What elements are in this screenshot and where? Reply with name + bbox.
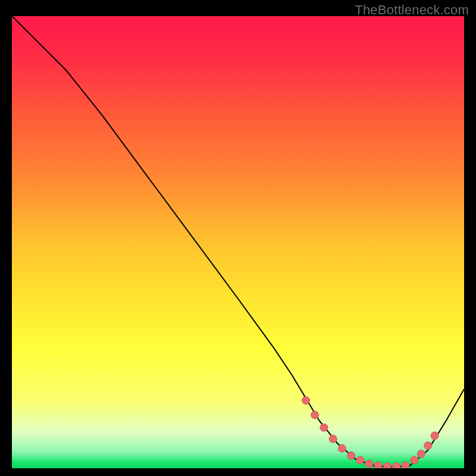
highlight-dot	[417, 450, 425, 458]
bottleneck-chart	[12, 16, 464, 468]
highlight-dot	[431, 432, 439, 440]
highlight-dot	[347, 452, 355, 459]
highlight-dot	[383, 462, 391, 468]
gradient-background	[12, 16, 464, 468]
highlight-dot	[320, 424, 328, 431]
highlight-dot	[411, 456, 418, 464]
chart-stage: TheBottleneck.com	[0, 0, 476, 476]
highlight-dot	[424, 442, 432, 450]
attribution-text: TheBottleneck.com	[355, 2, 469, 18]
highlight-dot	[393, 462, 400, 468]
highlight-dot	[356, 456, 364, 464]
highlight-dot	[374, 462, 382, 468]
highlight-dot	[329, 435, 337, 443]
highlight-dot	[365, 460, 373, 468]
highlight-dot	[302, 397, 310, 405]
highlight-dot	[402, 462, 409, 468]
highlight-dot	[338, 444, 346, 452]
highlight-dot	[311, 411, 319, 419]
